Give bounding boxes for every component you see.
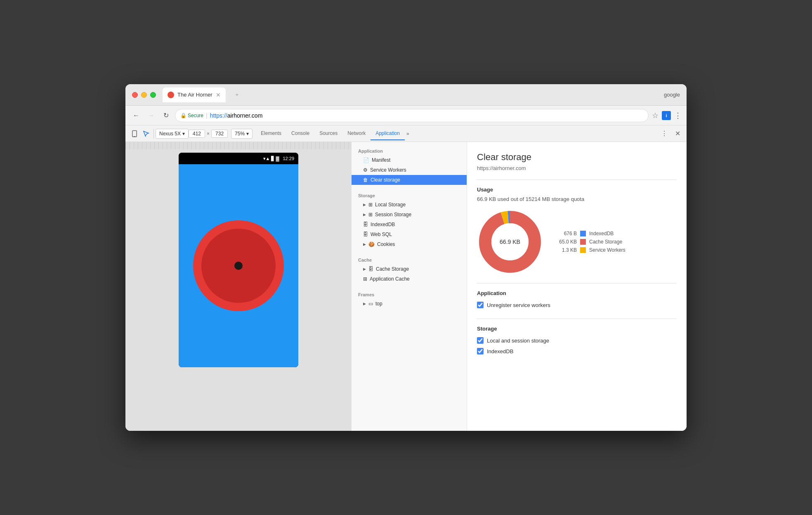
- donut-label: 66.9 KB: [500, 239, 520, 245]
- sidebar-section-application: Application: [352, 145, 467, 155]
- legend-cache-size: 65.0 KB: [556, 239, 577, 245]
- height-input[interactable]: [211, 130, 228, 138]
- legend-indexeddb-label: IndexedDB: [589, 231, 614, 236]
- device-toggle-button[interactable]: [129, 128, 140, 139]
- sidebar-item-indexeddb[interactable]: 🗄 IndexedDB: [352, 220, 467, 229]
- inspect-toggle-button[interactable]: [140, 128, 152, 139]
- more-tabs-button[interactable]: »: [405, 128, 411, 140]
- sidebar-item-service-workers[interactable]: ⚙ Service Workers: [352, 165, 467, 175]
- local-session-label: Local and session storage: [487, 338, 549, 344]
- reload-button[interactable]: ↻: [160, 110, 172, 121]
- usage-section-title: Usage: [477, 187, 677, 193]
- sidebar-idb-label: IndexedDB: [371, 222, 395, 227]
- status-icons: ▾▲ ▊ ▓: [263, 156, 279, 161]
- dim-separator: ×: [207, 131, 210, 137]
- legend-sw-label: Service Workers: [589, 247, 626, 253]
- sidebar-item-cache-storage[interactable]: ▶ 🗄 Cache Storage: [352, 264, 467, 274]
- inactive-tab-label: +: [236, 92, 239, 98]
- local-session-checkbox[interactable]: [477, 337, 484, 344]
- sidebar-cs-label: Clear storage: [371, 177, 400, 183]
- bookmark-button[interactable]: ☆: [652, 111, 659, 120]
- application-section-title: Application: [477, 290, 677, 296]
- active-tab[interactable]: The Air Horner ✕: [163, 87, 226, 102]
- sidebar-item-session-storage[interactable]: ▶ ⊞ Session Storage: [352, 210, 467, 220]
- sidebar-item-local-storage[interactable]: ▶ ⊞ Local Storage: [352, 200, 467, 210]
- sidebar-manifest-label: Manifest: [372, 157, 390, 163]
- gear-icon: ⚙: [363, 167, 368, 173]
- more-menu-button[interactable]: ⋮: [674, 111, 682, 120]
- tab-favicon: [168, 92, 174, 98]
- legend-indexeddb-size: 676 B: [556, 231, 577, 236]
- usage-chart-area: 66.9 KB 676 B IndexedDB 65.0 KB Cache St…: [477, 209, 677, 275]
- sidebar-item-cookies[interactable]: ▶ 🍪 Cookies: [352, 239, 467, 249]
- zoom-selector[interactable]: 75% ▾: [231, 129, 253, 139]
- zoom-dropdown-icon: ▾: [246, 131, 249, 137]
- storage-checkboxes-section: Storage Local and session storage Indexe…: [477, 326, 677, 357]
- lock-icon: 🔒: [180, 113, 186, 118]
- legend-cache-label: Cache Storage: [589, 239, 622, 245]
- tab-network[interactable]: Network: [342, 127, 371, 140]
- table-icon: ⊞: [368, 202, 373, 208]
- tab-console[interactable]: Console: [286, 127, 314, 140]
- device-name: Nexus 5X: [159, 131, 181, 137]
- tab-close-button[interactable]: ✕: [216, 92, 221, 98]
- devtools-more-button[interactable]: ⋮: [659, 128, 670, 139]
- sidebar-section-frames: Frames: [352, 289, 467, 299]
- url-separator: |: [206, 112, 208, 119]
- wifi-icon: ▾▲: [263, 156, 270, 161]
- devtools-close-button[interactable]: ✕: [672, 128, 683, 139]
- sidebar-item-app-cache[interactable]: ⊞ Application Cache: [352, 274, 467, 284]
- checkbox-unregister-sw: Unregister service workers: [477, 300, 677, 310]
- extension-button[interactable]: i: [662, 111, 671, 120]
- frame-icon: ▭: [368, 301, 373, 307]
- vinyl-center: [234, 262, 243, 270]
- toolbar-separator: [153, 129, 154, 139]
- tab-sources[interactable]: Sources: [314, 127, 342, 140]
- sidebar-sql-label: Web SQL: [371, 232, 392, 237]
- forward-button[interactable]: →: [145, 110, 157, 121]
- db-icon: 🗄: [363, 222, 368, 227]
- tab-application[interactable]: Application: [371, 127, 405, 140]
- browser-viewport: ▾▲ ▊ ▓ 12:29: [125, 142, 352, 431]
- application-checkboxes-section: Application Unregister service workers: [477, 290, 677, 310]
- device-screen: [179, 164, 298, 367]
- db-icon-3: 🗄: [368, 266, 373, 272]
- google-label: google: [664, 92, 680, 98]
- inactive-tab[interactable]: +: [229, 87, 245, 102]
- storage-section-title: Storage: [477, 326, 677, 332]
- url-text: https://airhorner.com: [210, 112, 263, 119]
- legend-item-indexeddb: 676 B IndexedDB: [556, 231, 626, 236]
- arrow-icon-3: ▶: [363, 242, 366, 246]
- sidebar-item-clear-storage[interactable]: 🗑 Clear storage: [352, 175, 467, 185]
- device-status-bar: ▾▲ ▊ ▓ 12:29: [179, 153, 298, 164]
- close-button[interactable]: [132, 92, 138, 98]
- sidebar-item-web-sql[interactable]: 🗄 Web SQL: [352, 229, 467, 239]
- indexeddb-checkbox[interactable]: [477, 348, 484, 354]
- legend-cache-color: [580, 239, 586, 245]
- arrow-icon: ▶: [363, 203, 366, 207]
- tab-elements[interactable]: Elements: [256, 127, 286, 140]
- secure-text: Secure: [188, 113, 203, 118]
- svg-rect-0: [132, 130, 137, 137]
- back-button[interactable]: ←: [130, 110, 142, 121]
- url-bar[interactable]: 🔒 Secure | https://airhorner.com: [175, 109, 649, 122]
- unregister-sw-checkbox[interactable]: [477, 302, 484, 308]
- device-selector[interactable]: Nexus 5X ▾: [156, 129, 189, 139]
- main-panel: Clear storage https://airhorner.com Usag…: [467, 142, 687, 431]
- panel-title: Clear storage: [477, 152, 677, 163]
- url-domain: airhorner.com: [227, 112, 263, 119]
- maximize-button[interactable]: [150, 92, 156, 98]
- minimize-button[interactable]: [141, 92, 147, 98]
- checkbox-local-session: Local and session storage: [477, 335, 677, 346]
- sidebar-item-manifest[interactable]: 📄 Manifest: [352, 155, 467, 165]
- address-actions: ☆ i ⋮: [652, 111, 682, 120]
- sidebar-item-top[interactable]: ▶ ▭ top: [352, 299, 467, 309]
- title-bar: The Air Horner ✕ + google: [125, 84, 687, 106]
- table-icon-2: ⊞: [368, 212, 373, 217]
- ruler-horizontal: [125, 142, 352, 149]
- device-frame: ▾▲ ▊ ▓ 12:29: [179, 153, 298, 367]
- extension-icon: i: [666, 113, 667, 118]
- width-input[interactable]: [189, 130, 205, 138]
- sidebar-cache-label: Cache Storage: [376, 266, 409, 272]
- table-icon-3: ⊞: [363, 276, 367, 282]
